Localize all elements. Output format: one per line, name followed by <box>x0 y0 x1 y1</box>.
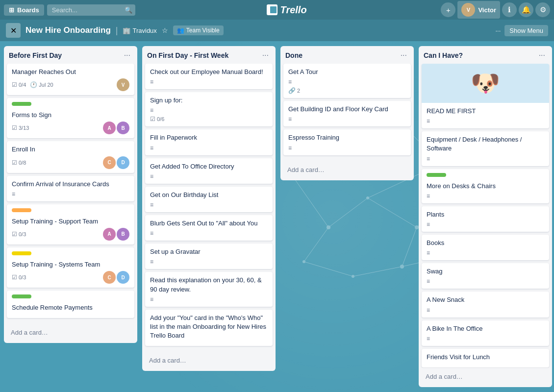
card-gravatar[interactable]: Set up a Gravatar≡ <box>145 244 273 269</box>
card-avatar: A <box>103 228 116 241</box>
card-birthday-list[interactable]: Get on Our Birthday List≡ <box>145 187 273 212</box>
gear-icon: ⚙ <box>540 5 546 14</box>
add-card-button-can-i-have[interactable]: Add a card… <box>422 370 549 383</box>
board-org[interactable]: 🏢 Travidux <box>123 27 156 34</box>
card-icons-manager-reaches-out: ☑0/4🕐Jul 20 <box>12 81 53 88</box>
card-desc-icon-building-id: ≡ <box>288 116 406 122</box>
card-check-employee-manual[interactable]: Check out our Employee Manual Board!≡ <box>145 64 273 89</box>
list-cards-on-first-day: Check out our Employee Manual Board!≡Sig… <box>142 64 276 352</box>
card-icon-checklist: ☑0/6 <box>150 116 164 122</box>
card-title-plants: Plants <box>427 210 544 219</box>
card-title-office-directory: Get Added To Office Directory <box>150 162 268 171</box>
card-avatars-enroll-in: CD <box>103 156 129 169</box>
card-forms-to-sign[interactable]: Forms to Sign☑3/13AB <box>7 98 134 138</box>
card-confirm-insurance[interactable]: Confirm Arrival of Insurance Cards≡ <box>7 176 134 201</box>
lock-icon: 👥 <box>177 27 184 34</box>
card-title-forms-to-sign: Forms to Sign <box>12 111 129 120</box>
search-input[interactable] <box>47 4 135 16</box>
list-menu-on-first-day[interactable]: ··· <box>260 50 271 61</box>
card-title-swag: Swag <box>427 267 544 276</box>
card-office-directory[interactable]: Get Added To Office Directory≡ <box>145 158 273 184</box>
card-plants[interactable]: Plants≡ <box>422 206 549 232</box>
card-desc-icon-bike: ≡ <box>427 335 544 342</box>
card-new-snack[interactable]: A New Snack≡ <box>422 292 549 317</box>
card-meta-get-tour: 🔗2 <box>288 87 406 94</box>
list-header-on-first-day: On First Day - First Week··· <box>142 46 276 64</box>
card-icon-checklist: ☑0/3 <box>12 231 26 238</box>
list-header-can-i-have: Can I Have?··· <box>419 46 552 64</box>
notifications-button[interactable]: 🔔 <box>519 2 533 17</box>
list-header-before-first-day: Before First Day··· <box>4 46 137 64</box>
card-title-manager-reaches-out: Manager Reaches Out <box>12 68 129 76</box>
card-setup-systems[interactable]: Setup Training - Systems Team☑0/3CD <box>7 247 134 288</box>
add-card-button-before-first-day[interactable]: Add a card… <box>7 326 134 339</box>
add-card-button-on-first-day[interactable]: Add a card… <box>145 354 273 367</box>
info-button[interactable]: ℹ <box>502 2 517 17</box>
card-title-bike: A Bike In The Office <box>427 324 544 333</box>
list-menu-can-i-have[interactable]: ··· <box>537 50 547 61</box>
list-menu-done[interactable]: ··· <box>399 50 409 61</box>
more-options-button[interactable]: ··· <box>496 27 501 34</box>
list-footer-can-i-have: Add a card… <box>419 368 552 387</box>
card-desc-icon-new-snack: ≡ <box>427 307 544 314</box>
list-title-before-first-day: Before First Day <box>9 51 62 59</box>
card-read-me-first[interactable]: 🐶READ ME FIRST≡ <box>422 64 549 128</box>
card-espresso[interactable]: Espresso Training≡ <box>283 129 411 155</box>
card-avatars-setup-systems: CD <box>103 271 129 284</box>
board-visibility[interactable]: 👥 Team Visible <box>173 25 224 35</box>
card-meta-sign-up-for: ☑0/6 <box>150 116 268 122</box>
card-sign-up-for[interactable]: Sign up for:≡☑0/6 <box>145 92 273 126</box>
list-header-done: Done··· <box>280 46 414 64</box>
card-desc-icon-confirm-insurance: ≡ <box>12 191 129 197</box>
star-button[interactable]: ☆ <box>162 26 168 34</box>
card-building-id[interactable]: Get Building ID and Floor Key Card≡ <box>283 101 411 126</box>
card-swag[interactable]: Swag≡ <box>422 263 549 289</box>
checklist-icon: ☑ <box>150 116 155 122</box>
card-label-forms-to-sign <box>12 102 31 106</box>
card-desc-icon-30-60-90: ≡ <box>150 296 268 303</box>
card-fill-paperwork[interactable]: Fill in Paperwork≡ <box>145 129 273 155</box>
card-blurb-all[interactable]: Blurb Gets Sent Out to "All" about You≡ <box>145 215 273 241</box>
card-icon-checklist: ☑3/13 <box>12 124 29 131</box>
list-done: Done···Get A Tour≡🔗2Get Building ID and … <box>280 46 414 180</box>
card-title-new-snack: A New Snack <box>427 295 544 304</box>
card-equipment[interactable]: Equipment / Desk / Headphones / Software… <box>422 131 549 166</box>
card-avatar: D <box>117 156 129 169</box>
card-image-read-me-first: 🐶 <box>422 64 549 103</box>
card-avatar: B <box>117 122 129 134</box>
card-meta-setup-support: ☑0/3AB <box>12 228 129 241</box>
user-menu-button[interactable]: V Victor <box>457 1 500 19</box>
card-enroll-in[interactable]: Enroll In☑0/8CD <box>7 141 134 172</box>
card-friends-lunch[interactable]: Friends Visit for Lunch <box>422 349 549 368</box>
card-avatar: B <box>117 228 129 241</box>
show-menu-button[interactable]: Show Menu <box>504 25 548 36</box>
card-title-30-60-90: Read this explanation on your 30, 60, & … <box>150 276 268 294</box>
checklist-icon: ☑ <box>12 274 17 281</box>
card-setup-support[interactable]: Setup Training - Support Team☑0/3AB <box>7 204 134 245</box>
bell-icon: 🔔 <box>522 5 531 14</box>
search-icon: 🔍 <box>125 6 132 14</box>
card-books[interactable]: Books≡ <box>422 235 549 260</box>
card-title-books: Books <box>427 239 544 247</box>
settings-button[interactable]: ⚙ <box>535 2 550 17</box>
card-desc-icon-get-tour: ≡ <box>288 78 406 85</box>
list-menu-before-first-day[interactable]: ··· <box>122 50 132 61</box>
clock-icon: 🕐 <box>30 81 37 88</box>
trello-logo: Trello <box>267 4 307 16</box>
card-title-equipment: Equipment / Desk / Headphones / Software <box>427 135 544 153</box>
card-get-tour[interactable]: Get A Tour≡🔗2 <box>283 64 411 98</box>
card-desks-chairs[interactable]: More on Desks & Chairs≡ <box>422 169 549 203</box>
card-whos-who[interactable]: Add your "You" card in the "Who's Who" l… <box>145 310 273 346</box>
card-manager-reaches-out[interactable]: Manager Reaches Out☑0/4🕐Jul 20V <box>7 64 134 95</box>
card-icon-checklist: ☑0/3 <box>12 274 26 281</box>
add-card-button-done[interactable]: Add a card… <box>283 163 411 176</box>
card-30-60-90[interactable]: Read this explanation on your 30, 60, & … <box>145 272 273 306</box>
list-cards-done: Get A Tour≡🔗2Get Building ID and Floor K… <box>280 64 414 161</box>
card-schedule-remote[interactable]: Schedule Remote Payments <box>7 291 134 318</box>
card-title-gravatar: Set up a Gravatar <box>150 247 268 256</box>
card-title-whos-who: Add your "You" card in the "Who's Who" l… <box>150 314 268 341</box>
card-desc-icon-gravatar: ≡ <box>150 258 268 265</box>
add-button[interactable]: + <box>441 2 455 17</box>
boards-button[interactable]: ⊞ Boards <box>4 4 44 16</box>
card-bike[interactable]: A Bike In The Office≡ <box>422 320 549 346</box>
